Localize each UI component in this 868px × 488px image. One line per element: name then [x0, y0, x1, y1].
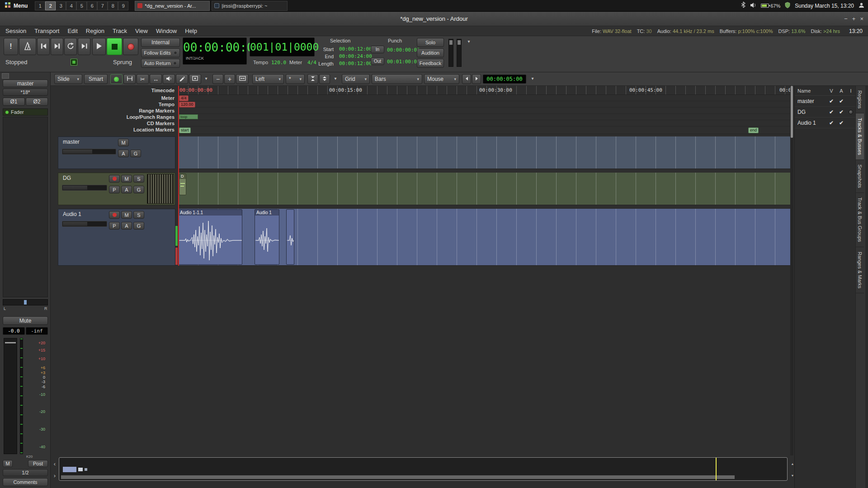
selection-start-clock[interactable]: 00:00:12:00: [339, 46, 372, 52]
ruler-label-cd-markers[interactable]: CD Markers: [51, 120, 178, 127]
midi-scroomer[interactable]: [147, 174, 174, 204]
dg-playlist-button[interactable]: P: [109, 186, 120, 193]
summary-scroll-right[interactable]: [52, 470, 58, 481]
col-header-i[interactable]: I: [846, 88, 855, 94]
track-fader-dg[interactable]: [62, 185, 107, 191]
loop-range-marker[interactable]: loop: [179, 114, 198, 119]
mute-button[interactable]: Mute: [3, 316, 48, 325]
play-from-edit-button[interactable]: [78, 38, 90, 55]
track-fader-master[interactable]: [62, 149, 116, 155]
loop-button[interactable]: [64, 38, 77, 55]
ruler-label-meter[interactable]: Meter: [51, 95, 178, 101]
primary-clock[interactable]: 00:00:00:00 INT/JACK: [183, 38, 247, 65]
comments-button[interactable]: Comments: [3, 478, 48, 486]
track-list-row-dg[interactable]: DG ✔ ✔: [795, 107, 855, 117]
bluetooth-icon[interactable]: [741, 1, 745, 10]
smart-mode-button[interactable]: Smart: [84, 74, 108, 84]
processor-box[interactable]: [3, 117, 48, 297]
meter-label[interactable]: Meter: [289, 60, 302, 65]
col-header-v[interactable]: V: [826, 88, 836, 94]
summary-region-small[interactable]: [78, 468, 83, 471]
auto-return-button[interactable]: Auto Return: [141, 59, 180, 68]
audio-region-1[interactable]: Audio 1-1.1: [178, 209, 242, 265]
internal-edit-mode-button[interactable]: [189, 74, 201, 84]
audio-region-3[interactable]: [286, 209, 294, 265]
track-lane-dg[interactable]: D: [178, 173, 792, 205]
solo-button[interactable]: Solo: [417, 38, 444, 47]
ruler-label-timecode[interactable]: Timecode: [51, 86, 178, 95]
taskbar-window-ardour[interactable]: *dg_new_version - Ar...: [135, 1, 210, 11]
grid-unit-combo[interactable]: Bars: [372, 74, 422, 84]
menu-region[interactable]: Region: [86, 28, 104, 34]
row-audio1-active-check[interactable]: ✔: [836, 120, 846, 126]
user-icon[interactable]: [859, 2, 864, 10]
transport-meter-right[interactable]: [457, 39, 462, 67]
workspace-5[interactable]: 5: [76, 1, 87, 10]
route-input-button[interactable]: *18*: [3, 89, 48, 96]
tempo-marker[interactable]: 120.00: [179, 102, 195, 108]
maximize-button[interactable]: [852, 15, 856, 22]
audio1-automation-button[interactable]: A: [121, 222, 132, 230]
track-fader-audio1[interactable]: [62, 221, 107, 227]
cut-mode-button[interactable]: [137, 74, 149, 84]
row-audio1-visible-check[interactable]: ✔: [826, 120, 836, 126]
gain-fader[interactable]: [4, 338, 17, 454]
col-header-name[interactable]: Name: [795, 88, 826, 94]
workspace-2[interactable]: 2: [45, 1, 56, 10]
shuttle-spring-checkbox[interactable]: [71, 59, 77, 66]
nudge-back-button[interactable]: [462, 74, 471, 84]
punch-out-clock[interactable]: 00:01:00:00: [387, 59, 420, 65]
meter-point-button[interactable]: Post: [28, 460, 48, 467]
shield-icon[interactable]: [785, 2, 790, 10]
meter-type-label[interactable]: K20: [26, 455, 33, 459]
minimize-button[interactable]: [844, 15, 848, 22]
summary-view-range[interactable]: [61, 475, 735, 479]
range-markers-ruler[interactable]: [178, 108, 792, 114]
nudge-forward-button[interactable]: [472, 74, 481, 84]
row-audio1-name[interactable]: Audio 1: [795, 120, 826, 126]
punch-in-button[interactable]: In: [371, 46, 384, 53]
tempo-ruler[interactable]: 120.00: [178, 101, 792, 108]
stretch-mode-button[interactable]: [150, 74, 162, 84]
phase-invert-2-button[interactable]: Ø2: [26, 98, 48, 106]
summary-region-tiny[interactable]: [85, 468, 87, 471]
workspace-1[interactable]: 1: [35, 1, 45, 10]
zoom-in-button[interactable]: [224, 74, 235, 84]
expand-tracks-button[interactable]: [319, 74, 330, 84]
menu-help[interactable]: Help: [185, 28, 197, 34]
taskbar-window-irssi[interactable]: |irssi@raspberrypi: ~: [212, 1, 288, 11]
master-mute-button[interactable]: M: [118, 139, 129, 146]
summary-strip[interactable]: [59, 457, 788, 481]
secondary-clock[interactable]: 001|01|0000: [250, 38, 315, 56]
audio1-mute-button[interactable]: M: [121, 211, 132, 219]
goto-start-button[interactable]: [37, 38, 50, 55]
editor-vscrollbar[interactable]: [790, 86, 793, 455]
workspace-3[interactable]: 3: [56, 1, 66, 10]
transport-overflow-chevron[interactable]: [466, 39, 472, 45]
ruler-lanes[interactable]: 00:00:00:00 00:00:15:00 00:00:30:00 00:0…: [178, 86, 792, 134]
goto-end-button[interactable]: [51, 38, 63, 55]
taskbar-clock[interactable]: Sunday March 15, 13:20: [795, 3, 854, 9]
sync-source-button[interactable]: Internal: [141, 38, 180, 47]
zoom-out-button[interactable]: [212, 74, 223, 84]
dg-record-button[interactable]: [109, 175, 120, 183]
ruler-label-range-markers[interactable]: Range Markers: [51, 108, 178, 114]
row-master-name[interactable]: master: [795, 98, 826, 104]
pan-slider[interactable]: [3, 299, 48, 305]
menu-session[interactable]: Session: [5, 28, 26, 34]
track-header-master[interactable]: master M A G: [58, 136, 175, 169]
track-header-audio1[interactable]: Audio 1 M S P A G: [58, 209, 175, 266]
editor-vscrollbar-thumb[interactable]: [791, 86, 793, 138]
midi-panic-button[interactable]: !: [4, 38, 18, 55]
play-button[interactable]: [92, 38, 106, 55]
dg-mute-button[interactable]: M: [121, 175, 132, 183]
audio-region-2[interactable]: Audio 1: [255, 209, 279, 265]
cd-markers-ruler[interactable]: [178, 120, 792, 127]
workspace-6[interactable]: 6: [87, 1, 97, 10]
meter-marker[interactable]: 4/4: [179, 95, 189, 101]
tempo-label[interactable]: Tempo: [253, 60, 268, 65]
dg-group-button[interactable]: G: [133, 186, 144, 193]
row-dg-name[interactable]: DG: [795, 109, 826, 115]
audition-button[interactable]: Audition: [417, 48, 444, 57]
peak-display[interactable]: -inf: [26, 327, 48, 335]
